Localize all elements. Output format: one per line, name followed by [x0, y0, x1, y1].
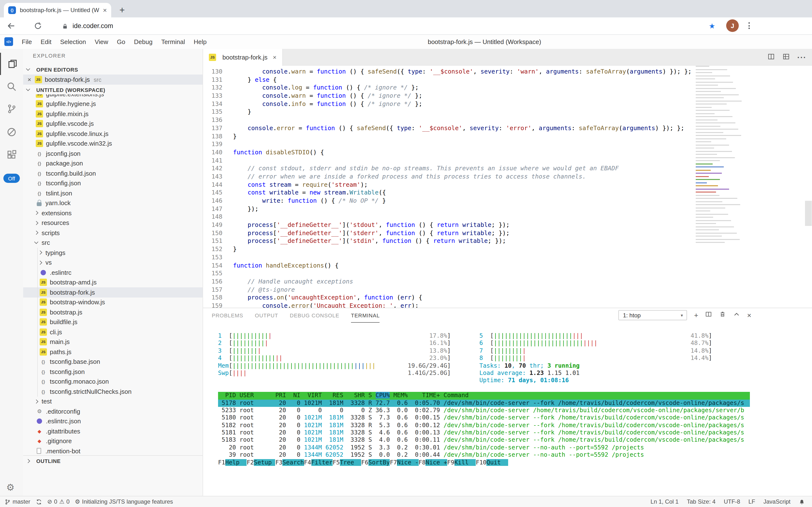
tree-item-src[interactable]: src	[23, 238, 202, 248]
language-mode[interactable]: JavaScript	[763, 498, 791, 505]
tree-item-.eslintrc[interactable]: .eslintrc	[23, 268, 202, 277]
tree-item-cli.js[interactable]: JScli.js	[23, 327, 202, 337]
new-tab-button[interactable]: +	[116, 4, 128, 16]
manage-gear-icon[interactable]: ⚙	[6, 482, 14, 493]
browser-menu-icon[interactable]	[748, 22, 750, 29]
tree-item-gulpfile.extensions.js[interactable]: JSgulpfile.extensions.js	[23, 94, 202, 99]
menu-go[interactable]: Go	[113, 38, 130, 46]
tree-item-bootstrap-fork.js[interactable]: JSbootstrap-fork.js	[23, 287, 202, 297]
debug-icon[interactable]	[0, 121, 23, 143]
split-terminal-icon[interactable]	[705, 311, 712, 320]
eol[interactable]: LF	[748, 498, 755, 505]
menu-view[interactable]: View	[90, 38, 113, 46]
tree-item-.gitattributes[interactable]: ◆.gitattributes	[23, 426, 202, 436]
tree-item-tsconfig.json[interactable]: {}tsconfig.json	[23, 178, 202, 188]
vscode-menubar: </> FileEditSelectionViewGoDebugTerminal…	[0, 35, 812, 49]
terminal[interactable]: 1 [||||||||||| 17.8%] 5 [|||||||||||||||…	[218, 332, 750, 466]
tree-item-tsconfig.json[interactable]: {}tsconfig.json	[23, 367, 202, 377]
encoding[interactable]: UTF-8	[724, 498, 740, 505]
extensions-icon[interactable]	[0, 144, 23, 166]
menu-terminal[interactable]: Terminal	[157, 38, 189, 46]
tree-item-extensions[interactable]: extensions	[23, 208, 202, 218]
tree-item-gulpfile.vscode.linux.js[interactable]: JSgulpfile.vscode.linux.js	[23, 129, 202, 138]
tree-item-vs[interactable]: vs	[23, 258, 202, 268]
open-editors-header[interactable]: OPEN EDITORS	[23, 64, 202, 74]
tree-item-.eslintrc.json[interactable]: .eslintrc.json	[23, 416, 202, 426]
tree-item-scripts[interactable]: scripts	[23, 228, 202, 238]
split-editor-icon[interactable]	[767, 53, 775, 62]
outline-header[interactable]: OUTLINE	[23, 455, 202, 466]
menu-selection[interactable]: Selection	[56, 38, 90, 46]
tree-item-tslint.json[interactable]: {}tslint.json	[23, 188, 202, 198]
terminal-line: 5180 root 20 0 1021M 181M 3328 S 7.3 0.6…	[218, 414, 750, 422]
tree-item-.gitignore[interactable]: ◆.gitignore	[23, 436, 202, 446]
tab-close-icon[interactable]: ×	[103, 6, 107, 14]
menu-file[interactable]: File	[17, 38, 36, 46]
tree-item-tsconfig.base.json[interactable]: {}tsconfig.base.json	[23, 357, 202, 367]
language-status[interactable]: ⚙ Initializing JS/TS language features	[75, 498, 173, 505]
panel-tab-terminal[interactable]: TERMINAL	[351, 308, 380, 323]
close-icon[interactable]: ×	[27, 76, 31, 83]
tree-item-.editorconfig[interactable]: ⚙.editorconfig	[23, 406, 202, 416]
search-icon[interactable]	[0, 75, 23, 98]
tab-close-icon[interactable]: ×	[273, 54, 276, 61]
menu-help[interactable]: Help	[189, 38, 211, 46]
menu-edit[interactable]: Edit	[36, 38, 56, 46]
code-editor[interactable]: 130 console.warn = function () { safeSen…	[203, 66, 694, 319]
editor-tab[interactable]: JS bootstrap-fork.js ×	[203, 49, 283, 66]
source-control-icon[interactable]	[0, 98, 23, 120]
maximize-panel-icon[interactable]	[733, 311, 740, 320]
tree-item-paths.js[interactable]: JSpaths.js	[23, 347, 202, 357]
workspace-header[interactable]: UNTITLED (WORKSPACE)	[23, 84, 202, 95]
close-panel-icon[interactable]: ×	[747, 312, 751, 319]
bookmark-star-icon[interactable]: ★	[709, 22, 715, 31]
collaboration-off-badge[interactable]: Off	[3, 174, 20, 183]
tree-item-bootstrap.js[interactable]: JSbootstrap.js	[23, 307, 202, 317]
tree-item-buildfile.js[interactable]: JSbuildfile.js	[23, 317, 202, 327]
branch-indicator[interactable]: master	[4, 498, 30, 505]
sync-button[interactable]	[36, 499, 42, 505]
tree-item-gulpfile.vscode.win32.js[interactable]: JSgulpfile.vscode.win32.js	[23, 138, 202, 149]
back-icon[interactable]	[7, 22, 15, 32]
refresh-icon[interactable]	[34, 22, 42, 32]
more-actions-icon[interactable]: ···	[797, 53, 806, 62]
url-text[interactable]: ide.coder.com	[72, 22, 113, 30]
tree-item-gulpfile.hygiene.js[interactable]: JSgulpfile.hygiene.js	[23, 99, 202, 109]
terminal-picker[interactable]: 1: htop ▾	[619, 310, 687, 320]
editor-scrollbar[interactable]	[805, 201, 812, 226]
tree-item-gulpfile.mixin.js[interactable]: JSgulpfile.mixin.js	[23, 109, 202, 119]
new-terminal-icon[interactable]: +	[694, 312, 698, 319]
tree-item-bootstrap-window.js[interactable]: JSbootstrap-window.js	[23, 297, 202, 307]
panel-tab-problems[interactable]: PROBLEMS	[212, 308, 243, 322]
tab-size[interactable]: Tab Size: 4	[687, 498, 715, 505]
panel-tab-output[interactable]: OUTPUT	[255, 308, 278, 322]
browser-tab[interactable]: {} bootstrap-fork.js — Untitled (W ×	[4, 3, 111, 17]
tree-item-yarn.lock[interactable]: yarn.lock	[23, 198, 202, 208]
minimap[interactable]	[694, 66, 751, 255]
kill-terminal-icon[interactable]	[719, 311, 726, 320]
avatar[interactable]: J	[726, 19, 739, 32]
tree-item-gulpfile.vscode.js[interactable]: JSgulpfile.vscode.js	[23, 119, 202, 129]
tree-item-bootstrap-amd.js[interactable]: JSbootstrap-amd.js	[23, 277, 202, 287]
explorer-icon[interactable]	[0, 53, 24, 75]
tree-item-tsconfig.build.json[interactable]: {}tsconfig.build.json	[23, 168, 202, 178]
minimap-line	[696, 207, 725, 209]
layout-icon[interactable]	[782, 53, 790, 62]
tree-item-jsconfig.json[interactable]: {}jsconfig.json	[23, 149, 202, 158]
tree-item-label: cli.js	[50, 329, 62, 336]
problems-indicator[interactable]: ⊘ 0 ⚠ 0	[47, 498, 69, 505]
open-editor-item[interactable]: × JS bootstrap-fork.js src	[23, 74, 202, 84]
cursor-position[interactable]: Ln 1, Col 1	[650, 498, 679, 505]
tree-item-tsconfig.monaco.json[interactable]: {}tsconfig.monaco.json	[23, 377, 202, 387]
notifications-bell-icon[interactable]	[799, 499, 805, 505]
panel-tab-debug-console[interactable]: DEBUG CONSOLE	[290, 308, 339, 322]
tree-item-resources[interactable]: resources	[23, 218, 202, 228]
tree-item-package.json[interactable]: {}package.json	[23, 158, 202, 168]
tree-item-.mention-bot[interactable]: .mention-bot	[23, 446, 202, 455]
tree-item-test[interactable]: test	[23, 396, 202, 406]
tree-item-tsconfig.strictNullChecks.json[interactable]: {}tsconfig.strictNullChecks.json	[23, 387, 202, 396]
tree-item-typings[interactable]: typings	[23, 248, 202, 258]
tree-item-main.js[interactable]: JSmain.js	[23, 337, 202, 347]
lock-icon[interactable]	[62, 23, 68, 32]
menu-debug[interactable]: Debug	[130, 38, 157, 46]
